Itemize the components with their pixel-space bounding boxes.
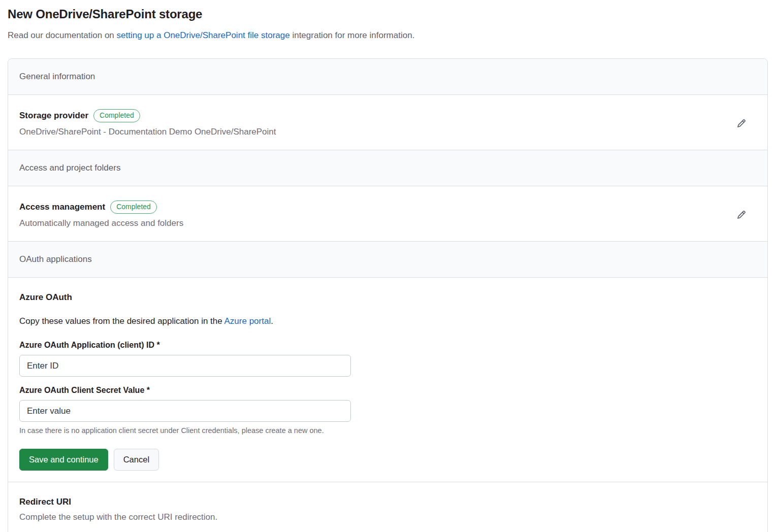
save-and-continue-button[interactable]: Save and continue (19, 449, 108, 471)
cancel-button[interactable]: Cancel (114, 449, 159, 471)
subtitle-text-suffix: integration for more information. (290, 30, 415, 40)
storage-provider-title: Storage provider (19, 110, 88, 121)
page-title: New OneDrive/SharePoint storage (8, 0, 768, 21)
edit-access-management-button[interactable] (733, 206, 750, 223)
storage-provider-title-line: Storage provider Completed (19, 109, 276, 122)
section-header-access-and-project-folders: Access and project folders (8, 150, 767, 186)
azure-oauth-intro: Copy these values from the desired appli… (19, 316, 756, 326)
client-secret-label: Azure OAuth Client Secret Value * (19, 386, 756, 395)
redirect-uri-title-line: Redirect URI (19, 496, 217, 508)
access-management-content: Access management Completed Automaticall… (19, 201, 183, 229)
intro-text-prefix: Copy these values from the desired appli… (19, 316, 224, 326)
form-actions: Save and continue Cancel (19, 449, 756, 471)
page: New OneDrive/SharePoint storage Read our… (0, 0, 776, 532)
documentation-link[interactable]: setting up a OneDrive/SharePoint file st… (117, 30, 290, 40)
page-subtitle: Read our documentation on setting up a O… (8, 30, 768, 41)
section-header-general-information: General information (8, 59, 767, 95)
client-id-label: Azure OAuth Application (client) ID * (19, 341, 756, 350)
access-management-title: Access management (19, 202, 105, 213)
access-management-description: Automatically managed access and folders (19, 218, 183, 229)
redirect-uri-row: Redirect URI Complete the setup with the… (8, 482, 767, 532)
azure-oauth-form: Azure OAuth Copy these values from the d… (8, 278, 767, 482)
storage-provider-content: Storage provider Completed OneDrive/Shar… (19, 109, 276, 138)
redirect-uri-title: Redirect URI (19, 496, 71, 508)
client-secret-input[interactable] (19, 400, 351, 422)
client-id-field-group: Azure OAuth Application (client) ID * (19, 341, 756, 377)
pencil-icon (737, 213, 746, 221)
client-id-input[interactable] (19, 355, 351, 377)
status-badge: Completed (110, 201, 157, 214)
subtitle-text-prefix: Read our documentation on (8, 30, 117, 40)
section-header-oauth-applications: OAuth applications (8, 242, 767, 278)
redirect-uri-content: Redirect URI Complete the setup with the… (19, 496, 217, 523)
status-badge: Completed (93, 109, 140, 122)
client-secret-help-text: In case there is no application client s… (19, 426, 756, 435)
storage-setup-card: General information Storage provider Com… (8, 58, 768, 532)
client-secret-field-group: Azure OAuth Client Secret Value * In cas… (19, 386, 756, 435)
access-management-row: Access management Completed Automaticall… (8, 186, 767, 242)
azure-oauth-heading: Azure OAuth (19, 292, 756, 303)
storage-provider-row: Storage provider Completed OneDrive/Shar… (8, 95, 767, 150)
redirect-uri-description: Complete the setup with the correct URI … (19, 512, 217, 523)
pencil-icon (737, 122, 746, 129)
edit-storage-provider-button[interactable] (733, 115, 750, 132)
azure-portal-link[interactable]: Azure portal (224, 316, 271, 326)
storage-provider-description: OneDrive/SharePoint - Documentation Demo… (19, 126, 276, 138)
access-management-title-line: Access management Completed (19, 201, 183, 214)
intro-text-suffix: . (271, 316, 273, 326)
